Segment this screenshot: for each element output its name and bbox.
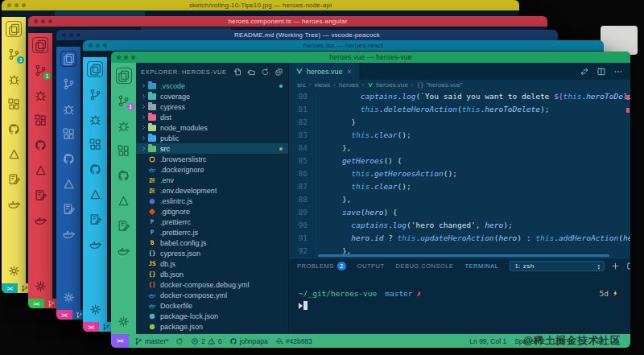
zoom-dot[interactable] — [131, 56, 135, 60]
breadcrumb-segment[interactable]: heroes — [339, 81, 358, 89]
peacock-color-item[interactable]: #42b883 — [275, 337, 312, 345]
debug-icon[interactable] — [87, 111, 103, 127]
github-icon[interactable] — [87, 161, 103, 177]
files-icon[interactable] — [32, 37, 48, 53]
code-line[interactable]: 82 } — [289, 116, 630, 129]
files-icon[interactable] — [60, 51, 76, 67]
test-icon[interactable] — [32, 187, 48, 203]
github-icon[interactable] — [32, 137, 48, 153]
zoom-dot[interactable] — [48, 19, 52, 23]
azure-icon[interactable] — [6, 146, 22, 162]
github-icon[interactable] — [60, 151, 76, 167]
extensions-icon[interactable] — [87, 136, 103, 152]
settings-gear-icon[interactable] — [87, 301, 103, 317]
close-dot[interactable] — [34, 19, 38, 23]
cursor-position-item[interactable]: Ln 99, Col 1 — [469, 337, 506, 345]
settings-gear-icon[interactable] — [116, 313, 132, 329]
close-dot[interactable] — [62, 33, 66, 37]
docker-icon[interactable] — [116, 242, 132, 258]
remote-indicator[interactable]: >< — [83, 322, 99, 332]
breadcrumb[interactable]: src›views›heroes›heroes.vue›{}"heroes.vu… — [289, 80, 630, 90]
source-control-icon[interactable] — [87, 86, 103, 102]
debug-icon[interactable] — [6, 71, 22, 87]
code-line[interactable]: 91 hero.id ? this.updateHeroAction(hero)… — [289, 232, 630, 245]
minimize-dot[interactable] — [41, 19, 45, 23]
docker-icon[interactable] — [87, 236, 103, 252]
collapse-all-icon[interactable] — [275, 68, 283, 76]
split-editor-icon[interactable] — [597, 67, 606, 76]
remote-indicator[interactable]: >< — [56, 310, 72, 320]
compare-icon[interactable] — [580, 67, 589, 76]
traffic-lights[interactable] — [89, 43, 107, 47]
minimize-dot[interactable] — [96, 43, 100, 47]
tree-item-env[interactable]: .env — [136, 175, 288, 185]
azure-icon[interactable] — [116, 192, 132, 208]
azure-icon[interactable] — [60, 175, 76, 192]
code-line[interactable]: 87 this.clear(); — [289, 180, 630, 193]
zoom-dot[interactable] — [76, 33, 80, 37]
close-dot[interactable] — [89, 43, 93, 47]
title-bar[interactable]: heroes.component.ts — heroes-angular — [28, 16, 547, 27]
extensions-icon[interactable] — [32, 112, 48, 128]
new-file-icon[interactable] — [233, 68, 242, 76]
title-bar[interactable]: heroes.tsx — heroes-react — [83, 40, 604, 51]
plus-icon[interactable] — [611, 262, 620, 270]
tree-item-gitignore[interactable]: .gitignore — [136, 206, 288, 217]
tree-item-src[interactable]: src — [136, 143, 288, 154]
tree-item-babel-config-js[interactable]: Bbabel.config.js — [136, 237, 288, 248]
tree-item-prettierrc-js[interactable]: P.prettierrc.js — [136, 227, 288, 237]
breadcrumb-segment[interactable]: heroes.vue — [367, 81, 408, 89]
tree-item-dockerfile[interactable]: Dockerfile — [136, 300, 288, 311]
problems-item[interactable]: 2 0 — [191, 337, 221, 345]
source-control-icon[interactable]: 1 — [116, 93, 132, 109]
settings-gear-icon[interactable] — [32, 278, 48, 294]
docker-icon[interactable] — [6, 196, 22, 212]
close-dot[interactable] — [7, 3, 11, 7]
github-icon[interactable] — [116, 167, 132, 184]
files-icon[interactable] — [116, 68, 132, 84]
tree-item-docker-compose-debug-yml[interactable]: {}docker-compose.debug.yml — [136, 279, 288, 290]
code-area[interactable]: 80 captains.log(`You said you want to de… — [289, 90, 630, 258]
tree-item-dockerignore[interactable]: .dockerignore — [136, 164, 288, 175]
code-line[interactable]: 88 }, — [289, 193, 630, 206]
test-icon[interactable] — [87, 211, 103, 227]
docker-icon[interactable] — [32, 212, 48, 228]
github-account-item[interactable]: johnpapa — [229, 337, 268, 345]
source-control-icon[interactable]: 3 — [6, 46, 22, 62]
code-line[interactable]: 90 captains.log('hero changed', hero); — [289, 219, 630, 232]
breadcrumb-segment[interactable]: views — [314, 81, 330, 89]
tree-item-db-json[interactable]: {}db.json — [136, 269, 288, 279]
remote-indicator[interactable]: >< — [111, 334, 129, 348]
terminal-shell-select[interactable]: 1: zsh▴▾ — [510, 261, 605, 271]
extensions-icon[interactable] — [116, 142, 132, 159]
tree-item-cypress[interactable]: cypress — [136, 101, 288, 112]
tree-item-db-js[interactable]: JSdb.js — [136, 258, 288, 269]
panel-tab-terminal[interactable]: TERMINAL — [464, 262, 498, 270]
code-line[interactable]: 85 getHeroes() { — [289, 155, 630, 167]
tree-item-env-development[interactable]: .env.development — [136, 185, 288, 196]
close-tab-icon[interactable] — [346, 68, 353, 75]
files-icon[interactable] — [6, 21, 22, 37]
remote-indicator[interactable]: >< — [2, 283, 18, 293]
tree-item-prettierrc[interactable]: P.prettierrc — [136, 217, 288, 227]
github-icon[interactable] — [6, 121, 22, 137]
code-line[interactable]: 81 this.deleteHeroAction(this.heroToDele… — [289, 103, 630, 116]
traffic-lights[interactable] — [34, 19, 52, 23]
zoom-dot[interactable] — [103, 43, 107, 47]
title-bar[interactable]: heroes.vue — heroes-vue — [111, 52, 630, 63]
title-bar[interactable]: sketch/voting-10-Tips10.jpg — heroes-nod… — [2, 0, 519, 10]
more-actions-icon[interactable] — [613, 67, 623, 76]
sync-icon[interactable] — [175, 337, 184, 345]
zoom-dot[interactable] — [22, 3, 26, 7]
files-icon[interactable] — [87, 61, 103, 77]
tree-item-docker-compose-yml[interactable]: docker-compose.yml — [136, 290, 288, 300]
source-control-icon[interactable]: 1 — [32, 62, 48, 78]
remote-indicator[interactable]: >< — [28, 299, 44, 308]
minimize-dot[interactable] — [69, 33, 73, 37]
tree-item-package-json[interactable]: package.json — [136, 321, 288, 332]
tree-item-public[interactable]: public — [136, 133, 288, 143]
tree-item-package-lock-json[interactable]: package-lock.json — [136, 311, 288, 321]
tree-item-vscode[interactable]: .vscode — [136, 80, 288, 91]
tree-item-coverage[interactable]: coverage — [136, 91, 288, 101]
panel-tab-debug-console[interactable]: DEBUG CONSOLE — [396, 262, 454, 270]
